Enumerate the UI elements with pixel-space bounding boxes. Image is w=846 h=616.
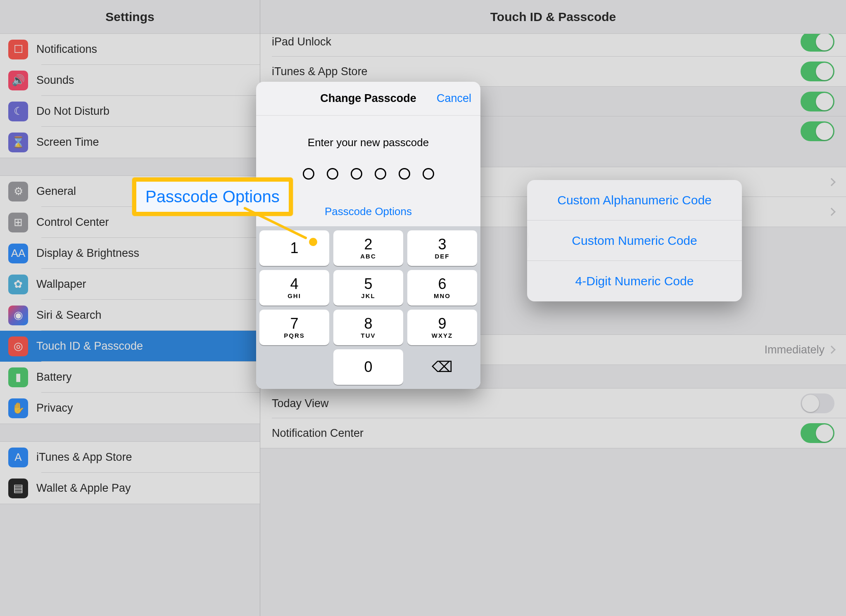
- keypad-key-3[interactable]: 3DEF: [407, 230, 477, 266]
- key-letters: JKL: [361, 292, 375, 299]
- backspace-key[interactable]: ⌫: [407, 349, 477, 385]
- passcode-dot: [327, 168, 338, 180]
- passcode-prompt: Enter your new passcode: [256, 136, 480, 149]
- key-number: 2: [364, 237, 372, 252]
- cancel-button[interactable]: Cancel: [437, 92, 471, 105]
- key-letters: MNO: [434, 292, 451, 299]
- key-number: 9: [438, 316, 446, 331]
- key-letters: GHI: [288, 292, 301, 299]
- change-passcode-modal: Change Passcode Cancel Enter your new pa…: [256, 82, 480, 389]
- keypad-key-4[interactable]: 4GHI: [259, 270, 329, 306]
- keypad-key-8[interactable]: 8TUV: [333, 310, 403, 345]
- key-number: 8: [364, 316, 372, 331]
- key-letters: WXYZ: [432, 332, 453, 339]
- popover-option[interactable]: 4-Digit Numeric Code: [527, 261, 742, 301]
- keypad-key-9[interactable]: 9WXYZ: [407, 310, 477, 345]
- callout-text: Passcode Options: [145, 187, 280, 206]
- modal-title: Change Passcode: [320, 92, 416, 105]
- passcode-dot: [423, 168, 434, 180]
- key-letters: DEF: [435, 253, 450, 260]
- passcode-dot: [375, 168, 386, 180]
- passcode-dot: [399, 168, 410, 180]
- keypad-key-5[interactable]: 5JKL: [333, 270, 403, 306]
- key-number: 5: [364, 277, 372, 291]
- numeric-keypad: 12ABC3DEF4GHI5JKL6MNO7PQRS8TUV9WXYZ0⌫: [256, 226, 480, 389]
- root: Settings ☐Notifications🔊Sounds☾Do Not Di…: [0, 0, 846, 616]
- keypad-key-2[interactable]: 2ABC: [333, 230, 403, 266]
- key-number: 3: [438, 237, 446, 252]
- callout-dot: [309, 238, 317, 246]
- key-number: 1: [290, 241, 298, 256]
- keypad-key-0[interactable]: 0: [333, 349, 403, 385]
- key-number: 4: [290, 277, 298, 291]
- keypad-blank: [259, 349, 329, 385]
- key-number: 0: [364, 360, 372, 374]
- passcode-dot: [351, 168, 362, 180]
- key-number: 7: [290, 316, 298, 331]
- key-letters: TUV: [361, 332, 376, 339]
- keypad-key-7[interactable]: 7PQRS: [259, 310, 329, 345]
- passcode-dot: [303, 168, 314, 180]
- popover-option[interactable]: Custom Alphanumeric Code: [527, 180, 742, 220]
- callout-highlight: Passcode Options: [132, 178, 293, 216]
- key-letters: PQRS: [284, 332, 305, 339]
- modal-header: Change Passcode Cancel: [256, 82, 480, 116]
- keypad-key-1[interactable]: 1: [259, 230, 329, 266]
- popover-option[interactable]: Custom Numeric Code: [527, 220, 742, 261]
- passcode-options-popover: Custom Alphanumeric CodeCustom Numeric C…: [527, 180, 742, 301]
- key-letters: ABC: [360, 253, 376, 260]
- keypad-key-6[interactable]: 6MNO: [407, 270, 477, 306]
- key-number: 6: [438, 277, 446, 291]
